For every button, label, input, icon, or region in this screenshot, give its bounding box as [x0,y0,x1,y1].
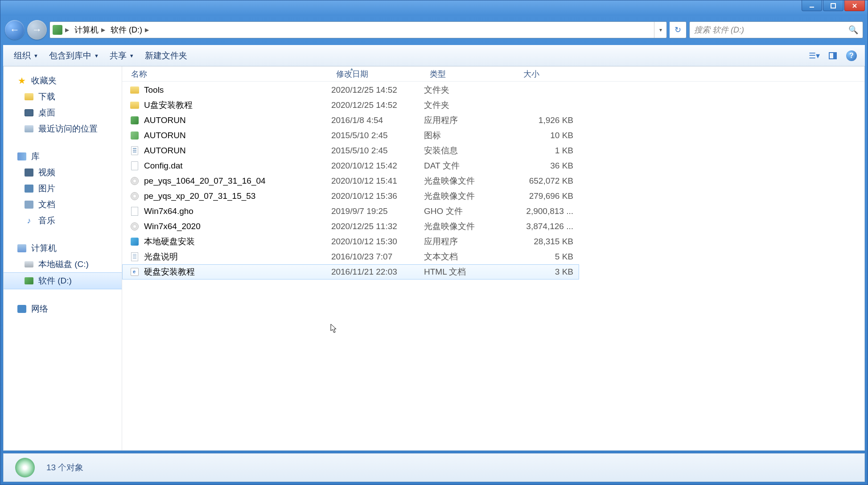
nav-downloads[interactable]: 下载 [4,89,122,105]
file-row[interactable]: 光盘说明2016/10/23 7:07文本文档5 KB [122,249,579,264]
file-date: 2016/11/21 22:03 [331,267,424,277]
preview-pane-button[interactable] [825,48,841,64]
file-size: 2,900,813 ... [517,206,579,216]
nav-documents[interactable]: 文档 [4,197,122,213]
library-icon [17,152,27,161]
minimize-button[interactable] [802,0,822,11]
file-icon [130,146,140,156]
nav-computer[interactable]: 计算机 [4,240,122,256]
file-type: DAT 文件 [424,160,517,172]
file-icon [130,176,140,186]
svg-rect-0 [810,7,814,8]
share-button[interactable]: 共享▼ [104,47,140,64]
address-bar[interactable]: ▶ 计算机▶ 软件 (D:)▶ ▾ [49,21,667,38]
file-date: 2016/1/8 4:54 [331,115,424,125]
drive-icon [53,25,62,35]
organize-button[interactable]: 组织▼ [8,47,44,64]
file-icon [130,115,140,125]
file-row[interactable]: Tools2020/12/25 14:52文件夹 [122,82,579,98]
file-type: 文件夹 [424,99,517,111]
music-icon: ♪ [24,216,34,226]
nav-pictures[interactable]: 图片 [4,181,122,197]
nav-drive-d[interactable]: 软件 (D:) [4,272,122,289]
status-bar: 13 个对象 [3,453,865,482]
nav-forward-button[interactable]: → [27,20,47,40]
pictures-icon [24,184,34,193]
file-size: 652,072 KB [517,176,579,186]
downloads-icon [24,92,34,102]
nav-back-button[interactable]: ← [5,20,25,40]
file-type: GHO 文件 [424,206,517,217]
file-row[interactable]: AUTORUN2015/5/10 2:45安装信息1 KB [122,143,579,158]
file-row[interactable]: Win7x64.gho2019/9/7 19:25GHO 文件2,900,813… [122,204,579,219]
file-date: 2020/10/12 15:36 [331,191,424,201]
breadcrumb-root[interactable]: ▶ [50,22,72,38]
chevron-down-icon: ▼ [129,53,134,58]
sort-indicator-icon: ▲ [350,66,354,71]
file-name: Win7x64.gho [144,206,193,216]
search-input[interactable]: 搜索 软件 (D:) 🔍 [689,21,863,38]
search-icon: 🔍 [848,25,858,35]
include-in-library-button[interactable]: 包含到库中▼ [44,47,104,64]
file-row[interactable]: Win7x64_20202020/12/25 11:32光盘映像文件3,874,… [122,219,579,234]
breadcrumb-label: 计算机 [74,25,99,35]
column-name[interactable]: 名称 [128,69,333,79]
status-text: 13 个对象 [46,462,83,473]
list-view-icon: ☰▾ [809,51,820,61]
file-row[interactable]: Config.dat2020/10/12 15:42DAT 文件36 KB [122,158,579,173]
file-row[interactable]: AUTORUN2016/1/8 4:54应用程序1,926 KB [122,113,579,128]
file-name: 硬盘安装教程 [144,266,195,278]
chevron-down-icon: ▾ [659,27,662,33]
file-date: 2020/10/12 15:30 [331,237,424,247]
file-date: 2019/9/7 19:25 [331,206,424,216]
address-history-dropdown[interactable]: ▾ [654,22,666,38]
file-name: Config.dat [144,161,183,171]
file-name: AUTORUN [144,146,186,156]
file-date: 2020/10/12 15:42 [331,161,424,171]
maximize-button[interactable] [823,0,843,11]
nav-drive-c[interactable]: 本地磁盘 (C:) [4,256,122,272]
nav-recent[interactable]: 最近访问的位置 [4,121,122,137]
refresh-button[interactable]: ↻ [670,21,687,38]
nav-videos[interactable]: 视频 [4,164,122,181]
file-row[interactable]: 本地硬盘安装2020/10/12 15:30应用程序28,315 KB [122,234,579,249]
video-icon [24,168,34,177]
file-type: 安装信息 [424,145,517,156]
breadcrumb-computer[interactable]: 计算机▶ [72,22,108,38]
file-date: 2015/5/10 2:45 [331,146,424,156]
file-name: U盘安装教程 [144,99,193,111]
nav-music[interactable]: ♪音乐 [4,213,122,229]
file-icon [130,161,140,171]
nav-favorites[interactable]: ★收藏夹 [4,73,122,89]
nav-desktop[interactable]: 桌面 [4,105,122,121]
file-size: 28,315 KB [517,237,579,247]
column-type[interactable]: 类型 [426,69,520,79]
file-size: 5 KB [517,252,579,262]
file-name: pe_yqs_xp_20_07_31_15_53 [144,191,255,201]
file-row[interactable]: U盘安装教程2020/12/25 14:52文件夹 [122,98,579,113]
nav-network[interactable]: 网络 [4,301,122,317]
file-name: 本地硬盘安装 [144,236,195,247]
file-icon [130,206,140,216]
new-folder-button[interactable]: 新建文件夹 [140,47,193,64]
nav-libraries[interactable]: 库 [4,148,122,164]
file-date: 2015/5/10 2:45 [331,131,424,140]
file-row[interactable]: AUTORUN2015/5/10 2:45图标10 KB [122,128,579,143]
file-row[interactable]: pe_yqs_xp_20_07_31_15_532020/10/12 15:36… [122,189,579,204]
file-row[interactable]: pe_yqs_1064_20_07_31_16_042020/10/12 15:… [122,173,579,189]
file-row[interactable]: 硬盘安装教程2016/11/21 22:03HTML 文档3 KB [122,264,579,279]
close-button[interactable] [844,0,865,11]
help-button[interactable]: ? [843,48,860,64]
file-size: 1,926 KB [517,115,579,125]
column-date[interactable]: 修改日期 [333,69,426,79]
arrow-right-icon: → [32,24,42,36]
file-name: AUTORUN [144,131,186,140]
file-name: AUTORUN [144,115,186,125]
breadcrumb-label: 软件 (D:) [111,25,142,35]
view-mode-button[interactable]: ☰▾ [806,48,822,64]
file-name: Tools [144,85,164,95]
breadcrumb-drive[interactable]: 软件 (D:)▶ [108,22,152,38]
file-size: 3 KB [517,267,579,277]
file-date: 2020/10/12 15:41 [331,176,424,186]
column-size[interactable]: 大小 [520,69,582,79]
